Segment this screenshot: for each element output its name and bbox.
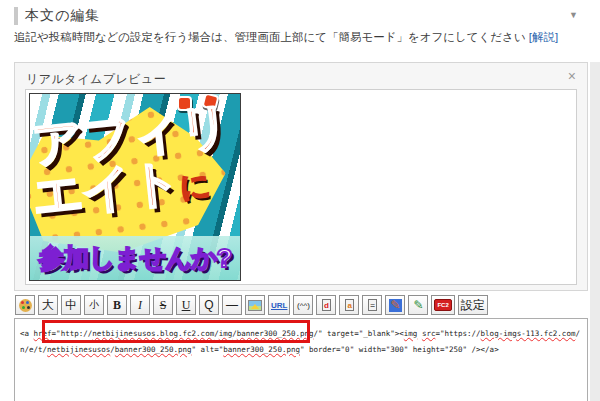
document-icon: = [368,299,377,311]
underline-button[interactable]: U [176,295,196,315]
marker-pen-button[interactable]: ✎ [385,295,405,315]
emoticon-button[interactable]: (^^) [293,295,313,315]
code-line-1: <a href="http://netbijinesusos.blog.fc2.… [20,326,583,342]
strikethrough-button[interactable]: S [153,295,173,315]
bold-button[interactable]: B [107,295,127,315]
affiliate-button[interactable]: a [339,295,359,315]
font-size-large-button[interactable]: 大 [38,295,58,315]
code-button[interactable]: = [362,295,382,315]
realtime-preview-panel: リアルタイムプレビュー × アフィリ エイトに 参加しませんか? [14,62,588,291]
banner-image: アフィリ エイトに 参加しませんか? [29,93,241,281]
settings-button[interactable]: 設定 [458,295,488,315]
green-pen-icon: ✎ [413,299,423,311]
body-html-textarea[interactable]: <a href="http://netbijinesusos.blog.fc2.… [14,318,588,401]
page-title: 本文の編集 [25,7,100,25]
editor-toolbar: 大 中 小 B I S U Q — URL (^^) d a = ✎ ✎ FC2… [15,295,488,315]
explanation-link[interactable]: [解説] [529,31,558,43]
font-size-small-button[interactable]: 小 [84,295,104,315]
collapse-chevron-icon[interactable]: ▼ [569,10,578,20]
insert-url-button[interactable]: URL [268,295,290,315]
close-icon[interactable]: × [568,68,576,84]
palette-icon [19,299,32,312]
fc2-tv-icon: FC2 [434,299,451,311]
highlight-pen-button[interactable]: ✎ [408,295,428,315]
insert-image-button[interactable] [245,295,265,315]
section-header: 本文の編集 [14,7,100,25]
italic-button[interactable]: I [130,295,150,315]
banner-subtitle: 参加しませんか? [30,241,240,276]
font-size-medium-button[interactable]: 中 [61,295,81,315]
font-color-button[interactable] [15,295,35,315]
image-icon [248,300,262,311]
dictionary-button[interactable]: d [316,295,336,315]
red-pen-icon: ✎ [389,299,402,312]
notice-message: 追記や投稿時間などの設定を行う場合は、管理画面上部にて「簡易モード」をオフにして… [14,31,529,43]
fc2-video-button[interactable]: FC2 [431,295,454,315]
page-right-gutter [590,62,600,401]
quote-button[interactable]: Q [199,295,219,315]
horizontal-rule-button[interactable]: — [222,295,242,315]
document-icon: a [345,299,354,311]
code-line-2: n/e/t/netbijinesusos/banner300_250.png" … [20,342,583,358]
banner-particle: に [178,168,212,204]
preview-panel-title: リアルタイムプレビュー [26,71,166,88]
document-icon: d [322,299,331,311]
header-accent-bar [14,7,18,25]
preview-content-area: アフィリ エイトに 参加しませんか? [25,89,577,285]
notice-text: 追記や投稿時間などの設定を行う場合は、管理画面上部にて「簡易モード」をオフにして… [14,30,558,45]
